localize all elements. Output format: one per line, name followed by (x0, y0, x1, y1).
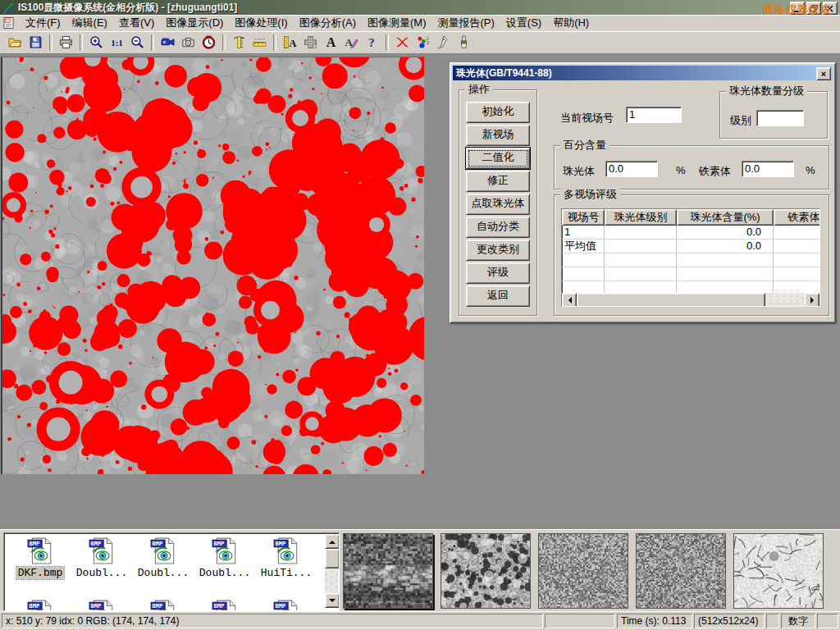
pen-button[interactable] (434, 34, 453, 52)
level-input[interactable] (756, 110, 804, 126)
zoom-in-icon (89, 35, 103, 49)
scrollbar-track[interactable] (765, 293, 805, 306)
toolbar-separator (222, 34, 226, 51)
file-item[interactable]: BMPDKF.bmp (11, 536, 70, 579)
pearlite-input[interactable]: 0.0 (605, 161, 658, 177)
measure-text-icon: A (283, 35, 297, 49)
zoom-in-button[interactable] (87, 34, 106, 52)
file-scrollbar-thumb[interactable] (325, 549, 340, 568)
op-button[interactable]: 新视场 (466, 125, 530, 146)
scroll-left-icon[interactable] (562, 293, 577, 307)
menu-item[interactable]: 图像分析(A) (294, 15, 362, 30)
mdi-workspace: 珠光体(GB/T9441-88) × 操作 初始化新视场二值化修正点取珠光体自动… (0, 54, 840, 529)
table-header-cell[interactable]: 珠光体级别 (605, 209, 677, 226)
camera-button[interactable] (179, 34, 198, 52)
measure-text-button[interactable]: A (281, 34, 299, 52)
op-button[interactable]: 自动分类 (466, 217, 530, 238)
count-points-button[interactable]: 23 (413, 34, 432, 52)
table-header-cell[interactable]: 铁素体含量(%) (774, 209, 820, 226)
menu-item[interactable]: 查看(V) (113, 15, 160, 30)
file-item-partial[interactable]: BMP (72, 599, 131, 611)
curve-button[interactable] (393, 34, 412, 52)
ferrite-unit: % (806, 164, 815, 176)
zoom-out-button[interactable] (128, 34, 147, 52)
file-item-partial[interactable]: BMP (134, 599, 193, 611)
menu-item[interactable]: 设置(S) (500, 15, 547, 30)
table-cell (774, 253, 820, 267)
rating-table[interactable]: 视场号珠光体级别珠光体含量(%)铁素体含量(%) 10.0平均值0.0 (561, 208, 820, 307)
table-row[interactable] (562, 267, 819, 281)
scroll-down-icon[interactable] (325, 593, 340, 608)
table-header-cell[interactable]: 视场号 (562, 209, 605, 226)
file-name: DKF.bmp (16, 567, 65, 579)
file-item[interactable]: BMPDoubl... (134, 536, 193, 579)
micrograph-image[interactable] (1, 57, 424, 474)
actual-size-button[interactable]: 1:1 (107, 34, 126, 52)
print-button[interactable] (57, 34, 75, 52)
grid-cross-button[interactable] (301, 34, 320, 52)
op-button[interactable]: 初始化 (466, 102, 530, 123)
file-list-scrollbar[interactable] (325, 534, 338, 608)
gallery-thumbnail[interactable] (343, 533, 433, 609)
file-item-partial[interactable]: BMP (195, 599, 254, 611)
scrollbar-thumb[interactable] (577, 293, 765, 307)
gallery-thumbnail[interactable] (733, 533, 824, 609)
table-header-cell[interactable]: 珠光体含量(%) (677, 209, 774, 226)
menu-item[interactable]: 帮助(H) (547, 15, 595, 30)
gallery-thumbnail[interactable] (441, 533, 531, 609)
svg-text:BMP: BMP (30, 602, 40, 609)
menu-item[interactable]: 图像处理(I) (229, 15, 293, 30)
file-item[interactable]: BMPDoubl... (72, 536, 131, 579)
file-item-partial[interactable]: BMP (11, 599, 70, 611)
table-row[interactable]: 平均值0.0 (562, 240, 819, 253)
table-cell: 平均值 (562, 240, 605, 253)
table-row[interactable] (562, 253, 819, 267)
brush-button[interactable] (454, 34, 473, 52)
file-item[interactable]: BMPHuiTi... (257, 536, 316, 579)
video-camera-button[interactable] (158, 34, 177, 52)
file-list[interactable]: BMPDKF.bmpBMPDoubl...BMPDoubl...BMPDoubl… (3, 532, 340, 611)
open-button[interactable] (6, 34, 25, 52)
pen-icon (436, 35, 450, 49)
caliper-icon (232, 35, 246, 49)
timer-button[interactable] (199, 34, 218, 52)
text-icon: A (324, 35, 338, 49)
menu-item[interactable]: 图像显示(D) (160, 15, 229, 30)
gallery-thumbnail[interactable] (636, 533, 726, 609)
op-button[interactable]: 修正 (466, 171, 530, 192)
text-button[interactable]: A (322, 34, 340, 52)
annotate-button[interactable]: A (342, 34, 361, 52)
ruler-button[interactable] (250, 34, 269, 52)
scroll-right-icon[interactable] (805, 293, 819, 307)
help-button[interactable]: ? (363, 34, 381, 52)
bmp-file-icon: BMP (88, 555, 116, 567)
dialog-title-bar[interactable]: 珠光体(GB/T9441-88) × (453, 66, 833, 80)
ferrite-input[interactable]: 0.0 (742, 161, 794, 177)
table-row[interactable]: 10.0 (562, 226, 819, 240)
zoom-out-icon (130, 35, 144, 49)
gallery-thumbnail[interactable] (538, 533, 628, 609)
op-button[interactable]: 点取珠光体 (466, 194, 530, 215)
svg-text:BMP: BMP (91, 540, 102, 547)
menu-item[interactable]: 图像测量(M) (362, 15, 432, 30)
current-field-input[interactable]: 1 (626, 107, 682, 123)
op-button[interactable]: 二值化 (466, 148, 530, 169)
title-bar: IS100显微摄像系统(金相分析版) - [zhuguangti01] (0, 0, 840, 15)
menu-item[interactable]: 编辑(E) (66, 15, 113, 30)
menu-item[interactable]: 测量报告(P) (431, 15, 500, 30)
caliper-button[interactable] (230, 34, 249, 52)
op-button[interactable]: 返回 (466, 285, 530, 307)
save-button[interactable] (26, 34, 45, 52)
op-button[interactable]: 评级 (466, 262, 530, 284)
percent-group-label: 百分含量 (560, 139, 609, 151)
toolbar-separator (273, 34, 276, 51)
menu-item[interactable]: 文件(F) (20, 15, 66, 30)
file-item-partial[interactable]: BMP (257, 599, 316, 611)
op-button[interactable]: 更改类别 (466, 240, 530, 261)
open-icon (8, 35, 22, 49)
dialog-close-icon[interactable]: × (816, 67, 831, 80)
file-scrollbar-track[interactable] (325, 568, 338, 593)
table-horizontal-scrollbar[interactable] (562, 293, 819, 306)
scroll-up-icon[interactable] (325, 534, 340, 549)
file-item[interactable]: BMPDoubl... (195, 536, 254, 579)
